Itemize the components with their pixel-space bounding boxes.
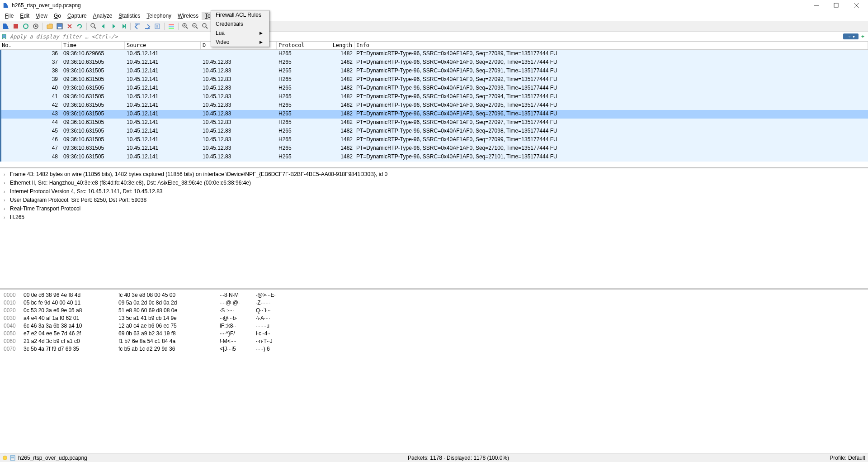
- detail-tree-item[interactable]: ›Ethernet II, Src: Hangzhou_40:3e:e8 (f8…: [4, 179, 864, 187]
- svg-rect-4: [14, 24, 18, 29]
- go-first-icon[interactable]: [133, 22, 142, 30]
- column-source[interactable]: Source: [125, 42, 201, 49]
- display-filter-bar: → ▾ +: [0, 32, 868, 42]
- display-filter-input[interactable]: [8, 33, 843, 41]
- detail-tree-item[interactable]: ›Internet Protocol Version 4, Src: 10.45…: [4, 187, 864, 196]
- maximize-button[interactable]: [831, 1, 842, 10]
- statusbar: h265_rtsp_over_udp.pcapng Packets: 1178 …: [0, 453, 868, 462]
- svg-line-26: [196, 27, 198, 29]
- find-packet-icon[interactable]: [90, 22, 98, 30]
- packet-row[interactable]: 3909:36:10.63150510.45.12.14110.45.12.83…: [0, 76, 868, 84]
- packet-row[interactable]: 4209:36:10.63150510.45.12.14110.45.12.83…: [0, 101, 868, 110]
- minimize-button[interactable]: [811, 1, 822, 10]
- toolbar-separator: [42, 23, 43, 30]
- packet-row[interactable]: 4709:36:10.63150510.45.12.14110.45.12.83…: [0, 144, 868, 153]
- tools-menu-credentials[interactable]: Credentials: [211, 19, 269, 29]
- tools-menu-firewall-acl-rules[interactable]: Firewall ACL Rules: [211, 10, 269, 19]
- packet-row[interactable]: 3809:36:10.63150510.45.12.14110.45.12.83…: [0, 67, 868, 76]
- stop-capture-icon[interactable]: [12, 22, 20, 30]
- svg-rect-19: [169, 26, 174, 27]
- packet-row[interactable]: 3609:36:10.62966510.45.12.141H2651482PT=…: [0, 50, 868, 58]
- packet-rows[interactable]: 3609:36:10.62966510.45.12.141H2651482PT=…: [0, 50, 868, 167]
- open-file-icon[interactable]: [46, 22, 54, 30]
- hex-line[interactable]: 0030a4 e4 40 af 1a f0 62 0113 5c a1 41 b…: [4, 314, 864, 322]
- go-last-icon[interactable]: [143, 22, 151, 30]
- svg-rect-20: [169, 28, 174, 29]
- close-button[interactable]: [851, 1, 862, 10]
- packet-details-pane[interactable]: ›Frame 43: 1482 bytes on wire (11856 bit…: [0, 168, 868, 290]
- column-length[interactable]: Length: [328, 42, 354, 49]
- column-info[interactable]: Info: [354, 42, 868, 49]
- go-forward-icon[interactable]: [109, 22, 118, 30]
- go-to-packet-icon[interactable]: [119, 22, 127, 30]
- detail-tree-item[interactable]: ›Real-Time Transport Protocol: [4, 205, 864, 213]
- detail-tree-item[interactable]: ›Frame 43: 1482 bytes on wire (11856 bit…: [4, 170, 864, 179]
- menu-analyze[interactable]: Analyze: [90, 12, 116, 20]
- packet-row[interactable]: 4609:36:10.63150510.45.12.14110.45.12.83…: [0, 136, 868, 144]
- save-file-icon[interactable]: [56, 22, 64, 30]
- detail-tree-item[interactable]: ›H.265: [4, 213, 864, 222]
- tools-menu-video[interactable]: Video▶: [211, 38, 269, 47]
- hex-line[interactable]: 006021 a2 4d 3c b9 cf a1 c0f1 b7 6e 8a 5…: [4, 338, 864, 345]
- packet-row[interactable]: 4809:36:10.63150510.45.12.14110.45.12.83…: [0, 153, 868, 162]
- reload-icon[interactable]: [75, 22, 84, 30]
- hex-line[interactable]: 00200c 53 20 3a e6 9e 05 a851 e8 80 60 6…: [4, 307, 864, 314]
- svg-line-13: [94, 27, 96, 29]
- zoom-out-icon[interactable]: [191, 22, 199, 30]
- main-toolbar: 1: [0, 21, 868, 32]
- go-back-icon[interactable]: [99, 22, 108, 30]
- hex-line[interactable]: 000000 0e c6 38 96 4e f8 4dfc 40 3e e8 0…: [4, 291, 864, 299]
- column-no[interactable]: No.: [0, 42, 61, 49]
- auto-scroll-icon[interactable]: [153, 22, 161, 30]
- menubar: FileEditViewGoCaptureAnalyzeStatisticsTe…: [0, 11, 868, 21]
- svg-rect-1: [834, 3, 838, 7]
- status-file: h265_rtsp_over_udp.pcapng: [18, 455, 87, 461]
- menu-edit[interactable]: Edit: [17, 12, 33, 20]
- expert-info-icon[interactable]: [3, 456, 7, 460]
- packet-list-pane: No. Time Source D Protocol Length Info 3…: [0, 42, 868, 168]
- packet-list-header[interactable]: No. Time Source D Protocol Length Info: [0, 42, 868, 50]
- hex-line[interactable]: 001005 bc fe 9d 40 00 40 1109 5a 0a 2d 0…: [4, 299, 864, 307]
- hex-line[interactable]: 0050e7 e2 04 ee 5e 7d 46 2f69 0b 63 a9 b…: [4, 330, 864, 338]
- menu-file[interactable]: File: [2, 12, 17, 20]
- svg-rect-18: [169, 24, 174, 25]
- menu-wireless[interactable]: Wireless: [175, 12, 202, 20]
- column-protocol[interactable]: Protocol: [277, 42, 328, 49]
- titlebar: h265_rtsp_over_udp.pcapng: [0, 0, 868, 11]
- filter-add-button[interactable]: +: [859, 33, 866, 40]
- svg-point-7: [35, 25, 37, 27]
- tools-dropdown: Firewall ACL RulesCredentialsLua▶Video▶: [211, 10, 269, 47]
- menu-capture[interactable]: Capture: [64, 12, 90, 20]
- filter-apply-button[interactable]: → ▾: [843, 33, 859, 39]
- window-title: h265_rtsp_over_udp.pcapng: [12, 2, 81, 9]
- menu-telephony[interactable]: Telephony: [143, 12, 175, 20]
- packet-row[interactable]: 4309:36:10.63150510.45.12.14110.45.12.83…: [0, 110, 868, 119]
- status-packets: Packets: 1178 · Displayed: 1178 (100.0%): [408, 455, 509, 461]
- restart-capture-icon[interactable]: [22, 22, 30, 30]
- menu-view[interactable]: View: [33, 12, 51, 20]
- hex-line[interactable]: 00406c 46 3a 3a 6b 38 a4 1012 a0 c4 ae b…: [4, 322, 864, 330]
- svg-line-22: [186, 27, 188, 29]
- packet-row[interactable]: 4009:36:10.63150510.45.12.14110.45.12.83…: [0, 84, 868, 93]
- zoom-reset-icon[interactable]: 1: [201, 22, 209, 30]
- menu-go[interactable]: Go: [51, 12, 64, 20]
- packet-row[interactable]: 4509:36:10.63150510.45.12.14110.45.12.83…: [0, 127, 868, 136]
- column-time[interactable]: Time: [61, 42, 125, 49]
- packet-bytes-pane[interactable]: 000000 0e c6 38 96 4e f8 4dfc 40 3e e8 0…: [0, 290, 868, 453]
- colorize-icon[interactable]: [167, 22, 175, 30]
- capture-file-props-icon[interactable]: [10, 455, 15, 461]
- packet-row[interactable]: 4409:36:10.63150510.45.12.14110.45.12.83…: [0, 119, 868, 127]
- hex-line[interactable]: 00703c 5b 4a 7f f9 d7 69 35fc b5 ab 1c d…: [4, 345, 864, 353]
- packet-row[interactable]: 3709:36:10.63150510.45.12.14110.45.12.83…: [0, 58, 868, 67]
- filter-bookmark-icon[interactable]: [0, 33, 8, 41]
- zoom-in-icon[interactable]: [181, 22, 189, 30]
- wireshark-fin-icon: [3, 2, 9, 9]
- tools-menu-lua[interactable]: Lua▶: [211, 29, 269, 38]
- status-profile[interactable]: Profile: Default: [830, 455, 865, 461]
- capture-options-icon[interactable]: [32, 22, 40, 30]
- packet-row[interactable]: 4109:36:10.63150510.45.12.14110.45.12.83…: [0, 93, 868, 101]
- close-file-icon[interactable]: [66, 22, 74, 30]
- detail-tree-item[interactable]: ›User Datagram Protocol, Src Port: 8250,…: [4, 196, 864, 205]
- menu-statistics[interactable]: Statistics: [115, 12, 143, 20]
- start-capture-icon[interactable]: [2, 22, 10, 30]
